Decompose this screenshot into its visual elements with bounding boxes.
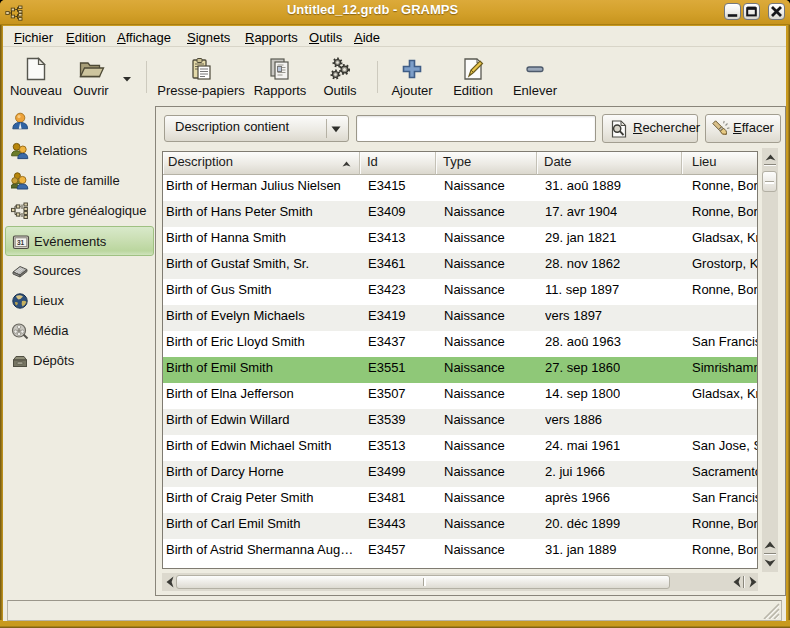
svg-text:31: 31 <box>17 239 25 246</box>
